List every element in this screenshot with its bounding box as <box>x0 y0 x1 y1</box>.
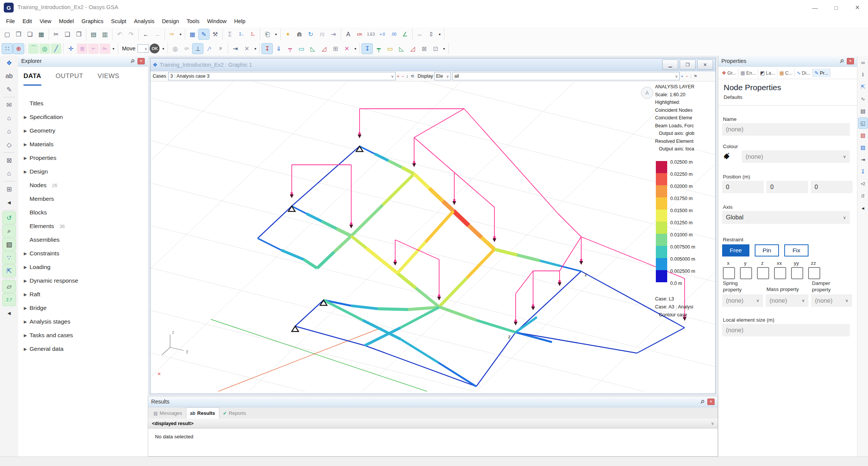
tree-item-geometry[interactable]: ▶Geometry <box>18 124 148 138</box>
dof-checkbox-xx[interactable] <box>774 267 786 279</box>
local-element-size-field[interactable]: (none) <box>722 324 850 336</box>
add-node-icon[interactable]: ⊕ <box>13 44 24 54</box>
zoom-tool-icon[interactable]: ⌕ <box>3 225 16 237</box>
expand-arrow-icon[interactable]: ▶ <box>18 169 30 174</box>
menu-sculpt[interactable]: Sculpt <box>107 17 130 26</box>
expand-arrow-icon[interactable]: ▶ <box>18 128 30 133</box>
name-field[interactable]: (none) <box>722 123 850 136</box>
menu-design[interactable]: Design <box>158 17 183 26</box>
tree-item-assemblies[interactable]: Assemblies <box>18 233 148 247</box>
tree-item-members[interactable]: Members <box>18 192 148 206</box>
spring-property-select[interactable]: (none)∨ <box>722 294 763 307</box>
expand-arrow-icon[interactable]: ▶ <box>18 347 30 352</box>
diagram-settings-icon[interactable]: ▨ <box>859 142 868 153</box>
trim-icon[interactable]: ✁ <box>100 44 110 54</box>
expand-arrow-icon[interactable]: ▶ <box>18 278 30 283</box>
sculpt-arc-icon[interactable]: ⌒ <box>28 44 39 54</box>
axes-icon[interactable]: ∠ <box>400 29 410 39</box>
node-dot-icon[interactable]: ◎ <box>170 44 180 54</box>
label-add-icon[interactable]: ab <box>3 70 16 82</box>
dof-checkbox-yy[interactable] <box>791 267 803 279</box>
polygon-select-icon[interactable]: ▱ <box>3 280 16 292</box>
view-box-icon[interactable]: ▧ <box>3 238 16 250</box>
open-file-icon[interactable]: ❐ <box>13 29 24 39</box>
maximize-icon[interactable]: □ <box>826 0 847 15</box>
menu-view[interactable]: View <box>36 17 55 26</box>
dof-checkbox-zz[interactable] <box>808 267 820 279</box>
dim-horizontal-icon[interactable]: ⇔ <box>414 29 425 39</box>
grid-move-icon[interactable]: ⊞ <box>3 183 16 195</box>
shrink-box-icon[interactable]: ◱ <box>859 118 868 128</box>
properties-tab-di[interactable]: ∿Di... <box>795 69 813 77</box>
area-load-icon[interactable]: ⇓ <box>273 44 284 54</box>
format-painter-icon[interactable]: ✑ <box>167 29 177 39</box>
properties-tab-pr[interactable]: ✎Pr... <box>813 69 830 77</box>
properties-tab-c[interactable]: ▩C... <box>777 69 795 77</box>
minimize-icon[interactable]: — <box>804 0 826 15</box>
sum-add-icon[interactable]: Σ₊ <box>236 29 247 39</box>
tri-load-red-icon[interactable]: ◿ <box>319 44 329 54</box>
restraint-fix-button[interactable]: Fix <box>784 244 809 256</box>
tree-item-general-data[interactable]: ▶General data <box>18 342 148 356</box>
contour-load-icon[interactable]: ↧ <box>362 44 372 54</box>
beam-tool-icon[interactable]: Ⅰ <box>859 69 868 80</box>
house-b-icon[interactable]: ⌂ <box>3 125 16 138</box>
display-tool-icon[interactable]: ⫶ <box>690 74 691 78</box>
house-a-icon[interactable]: ⌂ <box>3 112 16 124</box>
display-entity-select[interactable]: Ele∨ <box>434 72 451 80</box>
graphic-title-bar[interactable]: ❖ Training_Introduction_Ex2 : Graphic 1 … <box>150 58 715 71</box>
box-3d-icon[interactable]: ◇ <box>3 139 16 151</box>
menu-model[interactable]: Model <box>55 17 78 26</box>
scale-x2-icon[interactable]: ×2 <box>859 178 868 189</box>
contour-patch-icon[interactable]: ▭ <box>385 44 395 54</box>
graphic-restore-icon[interactable]: ❐ <box>680 59 696 70</box>
sculpt-circle-icon[interactable]: ◎ <box>39 44 50 54</box>
house-c-icon[interactable]: ⌂ <box>3 167 16 180</box>
expand-arrow-icon[interactable]: ▶ <box>18 115 30 120</box>
menu-file[interactable]: File <box>2 17 19 26</box>
axis-select[interactable]: Global∨ <box>722 211 850 224</box>
function-icon[interactable]: ƒ() <box>317 29 327 39</box>
collapse-left-icon[interactable]: ◂ <box>3 196 16 208</box>
sculpt-rotate-icon[interactable]: ↺ <box>3 212 16 224</box>
menu-graphics[interactable]: Graphics <box>78 17 107 26</box>
tree-item-tasks-and-cases[interactable]: ▶Tasks and cases <box>18 328 148 342</box>
display-filter-select[interactable]: all∨ <box>452 72 680 80</box>
patch-load-icon[interactable]: ▭ <box>296 44 307 54</box>
find-icon[interactable]: ⋒ <box>294 29 305 39</box>
expand-arrow-icon[interactable]: ▶ <box>18 251 30 256</box>
graphic-minimize-icon[interactable]: ▁ <box>662 59 678 70</box>
print-icon[interactable]: ▤ <box>88 29 99 39</box>
colour-select[interactable]: (none)∨ <box>742 150 850 163</box>
display-tool-icon[interactable]: ⚑ <box>694 74 698 78</box>
tools-wrench-icon[interactable]: ⚒ <box>210 29 221 39</box>
font-icon[interactable]: A <box>343 29 353 39</box>
collapse-right-icon[interactable]: ◂ <box>859 203 868 213</box>
point-load-icon[interactable]: ↧ <box>262 44 272 54</box>
polyline-tool-icon[interactable]: ∿ <box>859 94 868 104</box>
box-hidden-icon[interactable]: ⊠ <box>3 154 16 166</box>
step-line-icon[interactable]: ⌐ <box>88 44 99 54</box>
close-icon[interactable]: ✕ <box>847 0 868 15</box>
tree-item-materials[interactable]: ▶Materials <box>18 138 148 151</box>
expand-arrow-icon[interactable]: ▶ <box>18 319 30 324</box>
graphic-close-icon[interactable]: ✕ <box>697 59 713 70</box>
layers-icon[interactable]: ≣ <box>77 44 88 54</box>
explorer-tab-views[interactable]: VIEWS <box>98 72 119 86</box>
contour-beam-icon[interactable]: ┯ <box>373 44 384 54</box>
node-123-icon[interactable]: ⊙³ <box>181 44 192 54</box>
expand-arrow-icon[interactable]: ▶ <box>18 142 30 147</box>
menu-edit[interactable]: Edit <box>19 17 36 26</box>
no-colour-icon[interactable]: ◆̸ <box>724 151 729 160</box>
dof-checkbox-x[interactable] <box>723 267 735 279</box>
properties-tab-en[interactable]: ▦En... <box>738 69 758 77</box>
node-slash-icon[interactable]: ✕ <box>241 44 252 54</box>
beam-load-icon[interactable]: ┯ <box>285 44 295 54</box>
dropdown-icon[interactable]: ▾ <box>441 44 446 54</box>
properties-close-icon[interactable]: ✕ <box>847 58 854 64</box>
dropdown-icon[interactable]: ▾ <box>111 44 116 54</box>
contour-tri2-icon[interactable]: ◿ <box>407 44 418 54</box>
align-tool-icon[interactable]: ⇥ <box>859 154 868 165</box>
position-z-field[interactable]: 0 <box>811 181 852 193</box>
tree-item-raft[interactable]: ▶Raft <box>18 288 148 301</box>
